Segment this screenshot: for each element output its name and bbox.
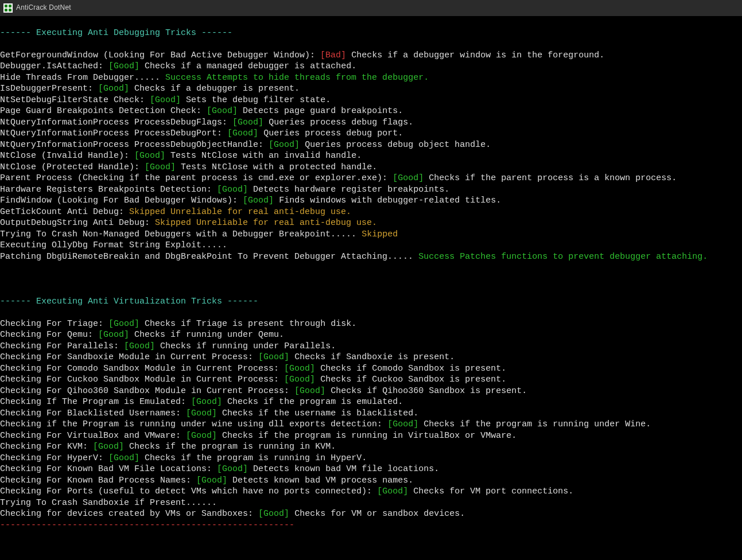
- console-output: ------ Executing Anti Debugging Tricks -…: [0, 16, 742, 531]
- status-good: [Good]: [186, 431, 217, 441]
- check-desc: Queries process debug flags.: [269, 118, 413, 127]
- status-good: [Good]: [93, 442, 124, 452]
- check-label: Checking For HyperV:: [0, 453, 103, 463]
- blank-line: [0, 38, 742, 50]
- check-label: Checking For Known Bad Process Names:: [0, 476, 191, 485]
- log-line: Checking If The Program is Emulated: [Go…: [0, 396, 742, 408]
- status-good: [Good]: [377, 487, 408, 496]
- status-good: [Good]: [124, 341, 155, 351]
- status-success: Success Attempts to hide threads from th…: [165, 73, 429, 83]
- check-label: Trying To Crash Non-Managed Debuggers wi…: [0, 230, 356, 239]
- check-label: NtClose (Protected Handle):: [0, 162, 139, 172]
- status-good: [Good]: [134, 151, 165, 161]
- check-label: Checking For Qemu:: [0, 330, 93, 340]
- log-line: Checking For Cuckoo Sandbox Module in Cu…: [0, 374, 742, 386]
- check-desc: Detects known bad VM file locations.: [253, 464, 439, 474]
- status-good: [Good]: [284, 364, 315, 374]
- log-line: Checking For VirtualBox and VMware: [Goo…: [0, 430, 742, 442]
- log-line: Checking if the Program is running under…: [0, 419, 742, 430]
- check-label: GetForegroundWindow (Looking For Bad Act…: [0, 50, 315, 60]
- check-label: Checking For Blacklisted Usernames:: [0, 409, 181, 418]
- section-divider: ----------------------------------------…: [0, 520, 742, 531]
- log-line: Hide Threads From Debugger..... Success …: [0, 72, 742, 84]
- check-desc: Checks if a managed debugger is attached…: [145, 61, 356, 71]
- check-desc: Checks if running under Parallels.: [160, 341, 336, 351]
- log-line: OutputDebugString Anti Debug: Skipped Un…: [0, 217, 742, 229]
- log-line: Hardware Registers Breakpoints Detection…: [0, 184, 742, 196]
- blank-line: [0, 274, 742, 285]
- check-label: Parent Process (Checking if the parent p…: [0, 173, 387, 183]
- log-line: GetTickCount Anti Debug: Skipped Unrelia…: [0, 207, 742, 218]
- check-desc: Detects hardware register breakpoints.: [253, 185, 449, 195]
- check-label: Checking For Parallels:: [0, 341, 119, 351]
- check-label: IsDebuggerPresent:: [0, 84, 93, 94]
- status-good: [Good]: [207, 106, 238, 116]
- check-label: Checking for devices created by VMs or S…: [0, 509, 253, 519]
- check-label: NtQueryInformationProcess ProcessDebugFl…: [0, 118, 227, 127]
- check-label: GetTickCount Anti Debug:: [0, 207, 124, 217]
- blank-line: [0, 16, 742, 28]
- log-line: Checking For Comodo Sandbox Module in Cu…: [0, 363, 742, 375]
- log-line: Checking For Parallels: [Good] Checks if…: [0, 341, 742, 352]
- check-desc: Finds windows with debugger-related titl…: [279, 196, 501, 205]
- log-line: Page Guard Breakpoints Detection Check: …: [0, 106, 742, 117]
- check-desc: Sets the debug filter state.: [186, 95, 331, 105]
- check-desc: Checks if a debugger window is in the fo…: [351, 50, 604, 60]
- status-good: [Good]: [108, 319, 139, 329]
- log-line: Patching DbgUiRemoteBreakin and DbgBreak…: [0, 251, 742, 263]
- log-line: Checking For Sandboxie Module in Current…: [0, 352, 742, 363]
- check-label: NtSetDebugFilterState Check:: [0, 95, 145, 105]
- check-desc: Checks for VM port connections.: [413, 487, 573, 496]
- check-label: Checking For Comodo Sandbox Module in Cu…: [0, 364, 279, 374]
- check-desc: Checks if the program is running in KVM.: [129, 442, 336, 452]
- check-label: NtClose (Invalid Handle):: [0, 151, 129, 161]
- check-desc: Checks if the program is running under W…: [424, 419, 651, 429]
- check-label: Checking if the Program is running under…: [0, 419, 382, 429]
- status-good: [Good]: [191, 397, 222, 407]
- log-line: Executing OllyDbg Format String Exploit.…: [0, 240, 742, 251]
- status-good: [Good]: [196, 476, 227, 485]
- log-line: Checking For Known Bad Process Names: [G…: [0, 475, 742, 487]
- log-line: Checking for devices created by VMs or S…: [0, 508, 742, 520]
- log-line: NtQueryInformationProcess ProcessDebugFl…: [0, 117, 742, 129]
- log-line: GetForegroundWindow (Looking For Bad Act…: [0, 50, 742, 61]
- check-label: Checking For KVM:: [0, 442, 88, 452]
- status-good: [Good]: [294, 386, 325, 396]
- svg-rect-3: [5, 9, 7, 11]
- blank-line: [0, 285, 742, 296]
- check-desc: Checks if the program is emulated.: [227, 397, 403, 407]
- check-label: Page Guard Breakpoints Detection Check:: [0, 106, 201, 116]
- check-label: Checking For Known Bad VM File Locations…: [0, 464, 212, 474]
- check-desc: Checks if the username is blacklisted.: [222, 409, 418, 418]
- check-label: Checking For Cuckoo Sandbox Module in Cu…: [0, 375, 279, 384]
- check-label: FindWindow (Looking For Bad Debugger Win…: [0, 196, 238, 205]
- check-desc: Detects page guard breakpoints.: [243, 106, 403, 116]
- log-line: Checking For HyperV: [Good] Checks if th…: [0, 453, 742, 464]
- log-line: NtQueryInformationProcess ProcessDebugPo…: [0, 128, 742, 139]
- log-line: NtSetDebugFilterState Check: [Good] Sets…: [0, 95, 742, 106]
- check-label: Checking For Triage:: [0, 319, 103, 329]
- check-label: Executing OllyDbg Format String Exploit.…: [0, 240, 227, 250]
- status-good: [Good]: [232, 118, 263, 127]
- check-label: Patching DbgUiRemoteBreakin and DbgBreak…: [0, 252, 413, 262]
- check-desc: Checks if Qihoo360 Sandbox is present.: [331, 386, 527, 396]
- check-label: Checking If The Program is Emulated:: [0, 397, 186, 407]
- window-titlebar[interactable]: AntiCrack DotNet: [0, 0, 742, 16]
- svg-rect-1: [5, 5, 7, 7]
- check-desc: Checks if Sandboxie is present.: [294, 352, 454, 362]
- window-title: AntiCrack DotNet: [16, 2, 71, 14]
- check-label: Hardware Registers Breakpoints Detection…: [0, 185, 212, 195]
- check-desc: Queries process debug port.: [263, 129, 403, 138]
- status-skipped: Skipped Unreliable for real anti-debug u…: [129, 207, 351, 217]
- status-good: [Good]: [108, 61, 139, 71]
- app-icon: [3, 3, 13, 13]
- status-good: [Good]: [186, 409, 217, 418]
- status-success: Success Patches functions to prevent deb…: [418, 252, 708, 262]
- check-label: NtQueryInformationProcess ProcessDebugPo…: [0, 129, 222, 138]
- check-label: Checking For Ports (useful to detect VMs…: [0, 487, 372, 496]
- check-desc: Queries process debug object handle.: [305, 140, 491, 150]
- log-line: Trying To Crash Non-Managed Debuggers wi…: [0, 229, 742, 240]
- log-line: FindWindow (Looking For Bad Debugger Win…: [0, 195, 742, 207]
- log-line: Checking For Qemu: [Good] Checks if runn…: [0, 329, 742, 341]
- status-bad: [Bad]: [320, 50, 346, 60]
